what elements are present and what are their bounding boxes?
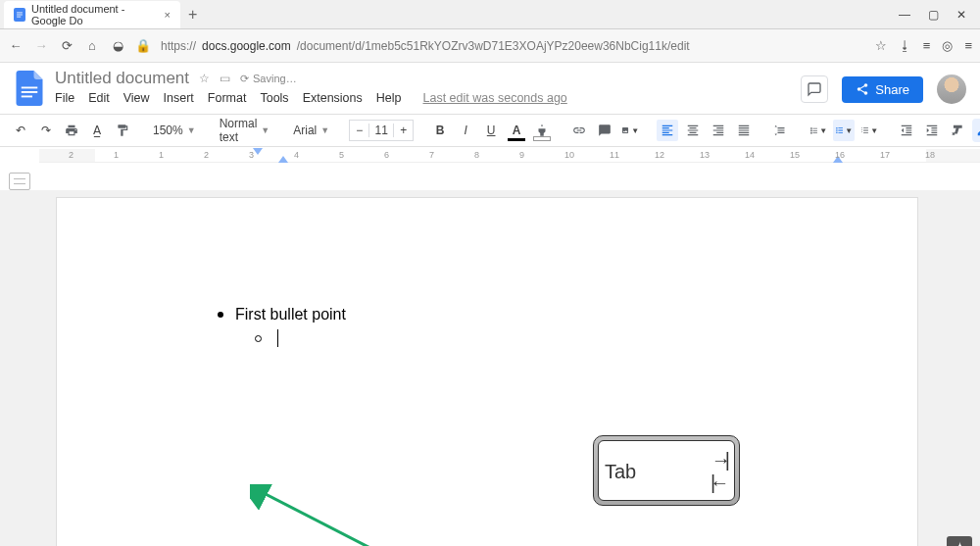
close-tab-icon[interactable]: × [165,9,171,21]
close-window-icon[interactable]: ✕ [956,8,966,22]
checklist-button[interactable]: ▼ [808,120,829,141]
numbered-list-button[interactable]: ▼ [858,120,880,141]
new-tab-button[interactable]: + [180,6,205,24]
comments-button[interactable] [801,75,828,103]
home-icon[interactable]: ⌂ [84,38,100,54]
underline-button[interactable]: U [480,120,502,141]
menu-icon[interactable]: ≡ [964,38,972,53]
avatar[interactable] [937,74,966,104]
menu-insert[interactable]: Insert [164,91,194,105]
ruler-tick: 18 [925,150,935,160]
doc-title[interactable]: Untitled document [55,69,189,88]
text-cursor [277,329,278,347]
link-button[interactable] [568,120,590,141]
move-icon[interactable]: ▭ [220,72,230,85]
editing-mode-button[interactable]: ▼ [972,119,980,142]
comment-button[interactable] [594,120,615,141]
star-icon[interactable]: ☆ [199,72,210,85]
ruler-tick: 8 [474,150,479,160]
menu-file[interactable]: File [55,91,74,105]
forward-icon[interactable]: → [33,38,49,54]
tab-arrow-left-icon: |← [710,472,724,494]
bullet-text[interactable]: First bullet point [235,306,346,323]
svg-rect-5 [22,91,38,93]
align-center-button[interactable] [682,120,704,141]
browser-tab[interactable]: Untitled document - Google Do × [4,1,180,28]
minimize-icon[interactable]: — [899,8,910,22]
ruler-tick: 1 [159,150,164,160]
maximize-icon[interactable]: ▢ [928,8,939,22]
align-justify-button[interactable] [733,120,755,141]
font-size-value[interactable]: 11 [369,124,393,137]
image-button[interactable]: ▼ [619,120,641,141]
highlight-button[interactable] [531,120,553,141]
svg-point-7 [836,127,838,129]
outline-toggle[interactable] [0,147,39,190]
clear-format-button[interactable] [947,120,968,141]
zoom-select[interactable]: 150%▼ [149,124,200,137]
ruler-tick: 7 [429,150,434,160]
toolbar: ↶ ↷ A̲ 150%▼ Normal text▼ Arial▼ − 11 + … [0,114,980,147]
paint-format-button[interactable] [112,120,133,141]
svg-rect-2 [17,14,23,15]
browser-tab-strip: Untitled document - Google Do × + — ▢ ✕ [0,0,980,29]
ruler-tick: 1 [114,150,119,160]
ruler-tick: 4 [294,150,299,160]
redo-button[interactable]: ↷ [35,120,57,141]
undo-button[interactable]: ↶ [10,120,31,141]
document-page[interactable]: First bullet point [56,197,918,546]
docs-favicon [14,8,25,22]
print-button[interactable] [61,120,82,141]
ruler-tick: 6 [384,150,389,160]
menu-view[interactable]: View [123,91,150,105]
text-color-button[interactable]: A [506,120,527,141]
ruler-tick: 10 [564,150,574,160]
ruler-tick: 5 [339,150,344,160]
url-prefix: https:// [161,39,196,53]
account-icon[interactable]: ◎ [942,38,953,53]
font-select[interactable]: Arial▼ [289,124,333,137]
spellcheck-button[interactable]: A̲ [86,120,108,141]
download-icon[interactable]: ⭳ [899,38,911,53]
increase-indent-button[interactable] [921,120,943,141]
font-size-decrease[interactable]: − [350,124,369,137]
italic-button[interactable]: I [455,120,476,141]
shield-icon[interactable]: ◒ [110,38,125,54]
align-left-button[interactable] [657,120,678,141]
menu-tools[interactable]: Tools [260,91,288,105]
ruler-tick: 2 [69,150,74,160]
horizontal-ruler[interactable]: 21123456789101112131415161718 [39,149,980,163]
last-edit[interactable]: Last edit was seconds ago [423,91,567,105]
font-size[interactable]: − 11 + [349,120,414,141]
font-size-increase[interactable]: + [393,124,413,137]
reload-icon[interactable]: ⟳ [59,38,74,54]
docs-logo[interactable] [14,69,45,108]
decrease-indent-button[interactable] [896,120,917,141]
bullet-list-button[interactable]: ▼ [833,120,855,141]
url-path: /document/d/1meb5c51RkYOZrv3wD71E3XOAjYP… [297,39,690,53]
menu-format[interactable]: Format [208,91,247,105]
document-canvas: First bullet point Tab →| |← press the t… [0,190,980,546]
bullet-level-2 [255,329,346,347]
svg-rect-4 [22,87,38,89]
tab-arrow-right-icon: →| [711,449,724,472]
svg-point-9 [836,132,838,134]
url-bar[interactable]: https://docs.google.com/document/d/1meb5… [161,39,865,53]
ruler-tick: 9 [519,150,524,160]
align-right-button[interactable] [708,120,729,141]
bullet-dot-icon [218,312,223,318]
menu-edit[interactable]: Edit [88,91,110,105]
share-button[interactable]: Share [842,76,923,103]
back-icon[interactable]: ← [8,38,24,54]
bookmark-icon[interactable]: ☆ [875,38,887,53]
document-content[interactable]: First bullet point [218,306,346,347]
explore-button[interactable]: ✦ [947,536,972,546]
bold-button[interactable]: B [429,120,451,141]
menu-help[interactable]: Help [376,91,402,105]
menu-extensions[interactable]: Extensions [303,91,363,105]
library-icon[interactable]: ≡ [923,38,931,53]
window-controls: — ▢ ✕ [899,8,980,22]
line-spacing-button[interactable] [770,120,792,141]
style-select[interactable]: Normal text▼ [216,117,274,144]
ruler-tick: 11 [610,150,619,160]
